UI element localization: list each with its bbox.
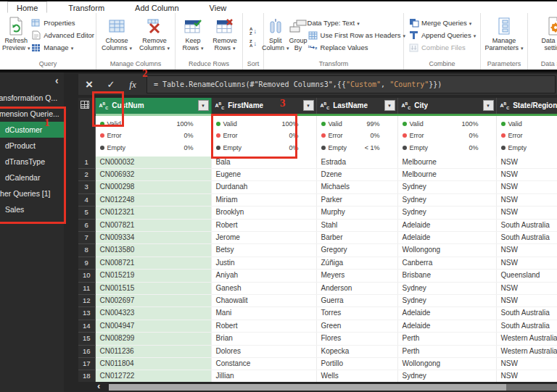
row-number[interactable]: 7 <box>78 231 95 243</box>
cell[interactable]: Dolores <box>211 345 316 357</box>
cell[interactable]: CN012722 <box>95 370 211 382</box>
cell[interactable]: Constance <box>211 358 316 370</box>
cell[interactable]: Eugene <box>211 168 316 180</box>
cell[interactable]: Durdanah <box>211 181 316 193</box>
cell[interactable]: NSW <box>496 282 557 294</box>
properties-button[interactable]: Properties <box>30 17 94 29</box>
row-number[interactable]: 5 <box>78 207 95 219</box>
row-number[interactable]: 17 <box>78 358 95 370</box>
cell[interactable]: Justin <box>211 257 316 269</box>
cell[interactable]: Melbourne <box>397 168 496 180</box>
cell[interactable]: NSW <box>496 370 557 382</box>
tab-add-column[interactable]: Add Column <box>125 1 189 13</box>
cell[interactable]: CN009334 <box>95 231 211 243</box>
cell[interactable]: Adelaide <box>397 231 496 243</box>
query-item-sales[interactable]: Sales <box>0 201 64 217</box>
row-number[interactable]: 13 <box>78 307 95 320</box>
query-item-dtranstype[interactable]: dTransType <box>0 154 64 170</box>
row-number[interactable]: 1 <box>78 157 95 169</box>
cell[interactable]: Ganesh <box>211 282 316 294</box>
row-number[interactable]: 14 <box>78 320 95 332</box>
cell[interactable]: Betsy <box>211 244 316 257</box>
cell[interactable]: Barber <box>316 231 397 243</box>
cell[interactable]: Sydney <box>397 294 496 306</box>
cell[interactable]: CN000298 <box>95 181 211 193</box>
query-item-dcalendar[interactable]: dCalendar <box>0 170 64 185</box>
cell[interactable]: Zúñiga <box>316 257 397 269</box>
cell[interactable]: South Australia <box>496 320 557 332</box>
cell[interactable]: Perth <box>397 345 496 357</box>
merge-queries-button[interactable]: Merge Queries <box>408 17 476 29</box>
keep-rows-button[interactable]: Keep Rows <box>177 15 209 59</box>
cancel-icon[interactable] <box>78 78 100 92</box>
column-filter-dropdown[interactable] <box>384 100 395 111</box>
cell[interactable]: CN008721 <box>95 257 211 269</box>
cell[interactable]: Wollongong <box>397 358 496 370</box>
column-header-custnum[interactable]: ABCCustNum <box>95 98 211 114</box>
column-filter-dropdown[interactable] <box>198 100 209 111</box>
scrollbar-thumb[interactable] <box>109 384 506 391</box>
tab-transform[interactable]: Transform <box>59 1 114 13</box>
cell[interactable]: Sydney <box>397 193 496 206</box>
cell[interactable]: Robert <box>211 320 316 332</box>
cell[interactable]: Miriam <box>211 193 316 206</box>
cell[interactable]: NSW <box>496 358 557 370</box>
row-number[interactable]: 18 <box>78 370 95 382</box>
select-all-corner[interactable] <box>78 98 95 114</box>
cell[interactable]: Robert <box>211 219 316 231</box>
cell[interactable]: NSW <box>496 294 557 306</box>
query-item-other-queries-1-[interactable]: Other Queries [1] <box>0 185 64 201</box>
cell[interactable]: Torres <box>316 307 397 320</box>
cell[interactable]: Queensland <box>496 270 557 282</box>
collapse-pane-icon[interactable] <box>55 76 59 85</box>
tab-view[interactable]: View <box>200 1 236 13</box>
cell[interactable]: Sydney <box>397 370 496 382</box>
cell[interactable]: NSW <box>496 244 557 257</box>
cell[interactable]: Sydney <box>397 207 496 219</box>
cell[interactable]: NSW <box>496 168 557 180</box>
use-first-row-button[interactable]: Use First Row as Headers <box>308 29 405 41</box>
row-number[interactable]: 8 <box>78 244 95 257</box>
query-item-transformation-q-[interactable]: Transformation Q... <box>0 90 64 106</box>
cell[interactable]: Guerra <box>316 294 397 306</box>
cell[interactable]: NSW <box>496 157 557 169</box>
cell[interactable]: Adelaide <box>397 219 496 231</box>
data-type-button[interactable]: Data Type: Text <box>308 17 405 29</box>
row-number[interactable]: 2 <box>78 168 95 180</box>
cell[interactable]: NSW <box>496 207 557 219</box>
split-column-button[interactable]: Split Column <box>262 15 289 59</box>
cell[interactable]: South Australia <box>496 231 557 243</box>
choose-columns-button[interactable]: Choose Columns <box>98 15 136 59</box>
cell[interactable]: CN015219 <box>95 270 211 282</box>
cell[interactable]: CN013580 <box>95 244 211 257</box>
row-number[interactable]: 3 <box>78 181 95 193</box>
cell[interactable]: Brian <box>211 333 316 345</box>
column-filter-dropdown[interactable] <box>483 100 494 111</box>
cell[interactable]: Brooklyn <box>211 207 316 219</box>
cell[interactable]: CN012248 <box>95 193 211 206</box>
sort-ascending-button[interactable]: A Z↓ <box>249 26 257 37</box>
replace-values-button[interactable]: ¹↪₂ Replace Values <box>308 41 405 54</box>
cell[interactable]: CN007821 <box>95 219 211 231</box>
remove-rows-button[interactable]: Remove Rows <box>209 15 241 59</box>
scroll-left-icon[interactable] <box>97 380 100 391</box>
commit-icon[interactable] <box>100 79 122 90</box>
manage-button[interactable]: Manage <box>30 41 94 54</box>
cell[interactable]: Murphy <box>316 207 397 219</box>
cell[interactable]: CN002697 <box>95 294 211 306</box>
column-header-city[interactable]: ABCCity <box>397 98 496 114</box>
cell[interactable]: Brisbane <box>397 270 496 282</box>
row-number[interactable]: 11 <box>78 282 95 294</box>
cell[interactable]: CN011804 <box>95 358 211 370</box>
cell[interactable]: Portillo <box>316 358 397 370</box>
cell[interactable]: Jillian <box>211 370 316 382</box>
cell[interactable]: South Australia <box>496 219 557 231</box>
cell[interactable]: CN001515 <box>95 282 211 294</box>
cell[interactable]: NSW <box>496 257 557 269</box>
cell[interactable]: Stahl <box>316 219 397 231</box>
cell[interactable]: Mani <box>211 307 316 320</box>
horizontal-scrollbar[interactable] <box>78 382 557 392</box>
cell[interactable]: Canberra <box>397 257 496 269</box>
cell[interactable]: Melbourne <box>397 157 496 169</box>
data-source-settings-button[interactable]: Data sour settings <box>535 15 557 59</box>
